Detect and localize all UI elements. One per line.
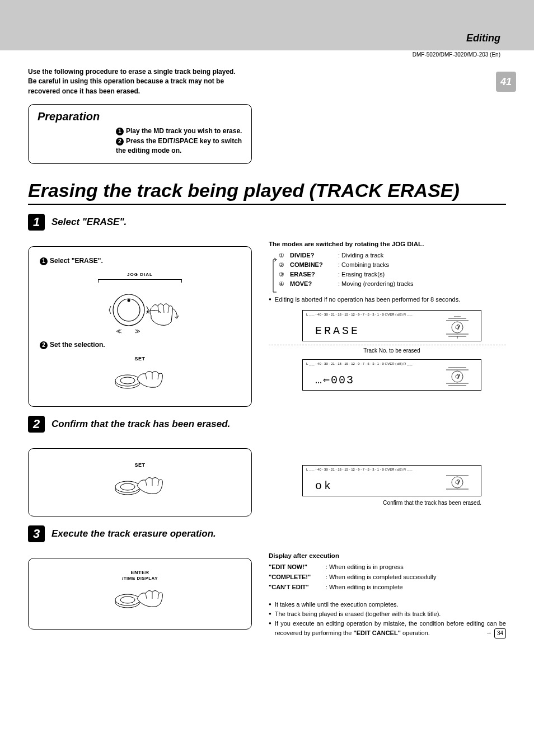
step-2-header: 2 Confirm that the track has been erased… <box>28 416 506 433</box>
disp-desc-2: : When editing is completed successfully <box>326 572 436 583</box>
press-hand-icon-2 <box>106 471 174 503</box>
step-2-right: L ▁▁ - 40 - 30 - 21 - 18 - 15 - 12 - 9 -… <box>269 443 506 516</box>
mode-name-4: MOVE? <box>290 279 335 289</box>
page-ref-34: 34 <box>494 628 506 638</box>
step-3-right: Display after execution "EDIT NOW!": Whe… <box>269 552 506 638</box>
step-2-label: Confirm that the track has been erased. <box>51 419 230 430</box>
bullet-3-part-c: operation. <box>402 630 430 636</box>
intro-line-1: Use the following procedure to erase a s… <box>28 67 252 77</box>
substep-1-text: Select "ERASE". <box>50 257 103 265</box>
step-1-right: The modes are switched by rotating the J… <box>269 241 506 407</box>
set-label-2: SET <box>40 462 240 468</box>
svg-point-23 <box>115 481 140 492</box>
lcd-display-003: L ▁▁ - 40 - 30 - 21 - 18 - 15 - 12 - 9 -… <box>302 359 481 391</box>
mode-name-1: DIVIDE? <box>290 251 335 260</box>
lcd-meter-3: L ▁▁ - 40 - 30 - 21 - 18 - 15 - 12 - 9 -… <box>303 466 481 471</box>
disp-desc-3: : When editing is incomplete <box>326 583 403 593</box>
top-grey-bar <box>0 0 534 50</box>
disp-name-1: "EDIT NOW!" <box>269 562 322 572</box>
prep-item-1: Play the MD track you wish to erase. <box>126 127 242 135</box>
mode-cycle-arrow <box>271 257 279 294</box>
mode-desc-3: : Erasing track(s) <box>338 270 385 279</box>
disc-icon-1: ? <box>443 316 472 339</box>
step-3-label: Execute the track erasure operation. <box>51 528 216 539</box>
mode-num-3: ③ <box>279 270 287 279</box>
prep-num-2: 2 <box>116 138 124 145</box>
lcd-display-ok: L ▁▁ - 40 - 30 - 21 - 18 - 15 - 12 - 9 -… <box>302 465 481 496</box>
mode-num-1: ① <box>279 251 287 260</box>
lcd-meter-1: L ▁▁ - 40 - 30 - 21 - 18 - 15 - 12 - 9 -… <box>303 311 481 316</box>
jog-dial-icon <box>106 285 174 330</box>
step-1-header: 1 Select "ERASE". <box>28 214 506 231</box>
modes-heading: The modes are switched by rotating the J… <box>269 241 506 247</box>
step-2-number: 2 <box>28 416 45 433</box>
step-2-box: SET <box>28 448 252 516</box>
section-category: Editing <box>466 32 500 44</box>
mode-name-3: ERASE? <box>290 270 335 279</box>
mode-desc-2: : Combining tracks <box>338 260 389 270</box>
prep-item-2: Press the EDIT/SPACE key to switch the e… <box>116 137 242 154</box>
substep-num-2: 2 <box>40 341 48 349</box>
set-label-1: SET <box>40 356 240 361</box>
substep-2-text: Set the selection. <box>50 341 105 349</box>
substep-num-1: 1 <box>40 257 48 265</box>
lcd-meter-2: L ▁▁ - 40 - 30 - 21 - 18 - 15 - 12 - 9 -… <box>303 360 481 365</box>
mode-desc-1: : Dividing a track <box>338 251 383 260</box>
step-3-box: ENTER /TIME DISPLAY <box>28 558 252 630</box>
mode-desc-4: : Moving (reordering) tracks <box>338 279 414 289</box>
preparation-items: 1Play the MD track you wish to erase. 2P… <box>116 126 242 156</box>
abort-bullet: Editing is aborted if no operation has b… <box>269 295 506 304</box>
svg-text:?: ? <box>456 373 460 381</box>
edit-cancel-bold: "EDIT CANCEL" <box>353 630 400 636</box>
mode-list: ①DIVIDE?: Dividing a track ②COMBINE?: Co… <box>279 251 506 289</box>
svg-point-2 <box>128 299 130 302</box>
bullet-erased-title: The track being played is erased (togeth… <box>269 609 506 619</box>
lcd-text-003: …⇐003 <box>303 373 354 387</box>
preparation-box: Preparation 1Play the MD track you wish … <box>28 104 252 164</box>
title-rule <box>28 204 506 205</box>
step-1-number: 1 <box>28 214 45 231</box>
disc-icon-3: ? <box>443 471 472 494</box>
jog-bracket <box>98 279 182 283</box>
display-after-heading: Display after execution <box>269 552 506 559</box>
svg-point-1 <box>118 299 140 321</box>
disc-icon-2: ? <box>443 365 472 388</box>
page-title: Erasing the track being played (TRACK ER… <box>28 180 506 201</box>
svg-text:?: ? <box>456 324 460 332</box>
confirm-note: Confirm that the track has been erased. <box>302 500 481 506</box>
svg-text:?: ? <box>456 479 460 487</box>
jog-dial-label: JOG DIAL <box>40 272 240 277</box>
track-no-note: Track No. to be erased <box>302 348 481 354</box>
display-list: "EDIT NOW!": When editing is in progress… <box>269 562 506 592</box>
prep-num-1: 1 <box>116 128 124 135</box>
press-hand-icon-1 <box>106 365 174 396</box>
svg-point-4 <box>115 375 140 386</box>
step-1-box: 1Select "ERASE". JOG DIAL <box>28 246 252 407</box>
disp-desc-1: : When editing is in progress <box>326 562 404 572</box>
step-3-header: 3 Execute the track erasure operation. <box>28 525 506 542</box>
svg-point-31 <box>115 594 140 605</box>
dash-separator <box>269 345 506 345</box>
lcd-display-erase: L ▁▁ - 40 - 30 - 21 - 18 - 15 - 12 - 9 -… <box>302 310 481 341</box>
bullet-edit-cancel: If you execute an editing operation by m… <box>269 619 506 638</box>
disp-name-2: "COMPLETE!" <box>269 572 322 583</box>
model-line: DMF-5020/DMF-3020/MD-203 (En) <box>413 51 500 58</box>
intro-line-2: Be careful in using this operation becau… <box>28 77 252 96</box>
intro-text: Use the following procedure to erase a s… <box>28 67 252 96</box>
mode-num-2: ② <box>279 260 287 270</box>
lcd-text-erase: ERASE <box>303 325 360 337</box>
disp-name-3: "CAN'T EDIT" <box>269 583 322 593</box>
lcd-text-ok: ok <box>303 480 333 492</box>
press-hand-icon-3 <box>106 584 174 616</box>
preparation-title: Preparation <box>38 110 242 123</box>
step-3-number: 3 <box>28 525 45 542</box>
time-display-label: /TIME DISPLAY <box>122 576 158 581</box>
enter-label: ENTER /TIME DISPLAY <box>40 570 240 581</box>
bullet-takes-while: It takes a while until the execution com… <box>269 600 506 609</box>
step-1-label: Select "ERASE". <box>51 217 127 228</box>
mode-num-4: ④ <box>279 279 287 289</box>
mode-name-2: COMBINE? <box>290 260 335 270</box>
